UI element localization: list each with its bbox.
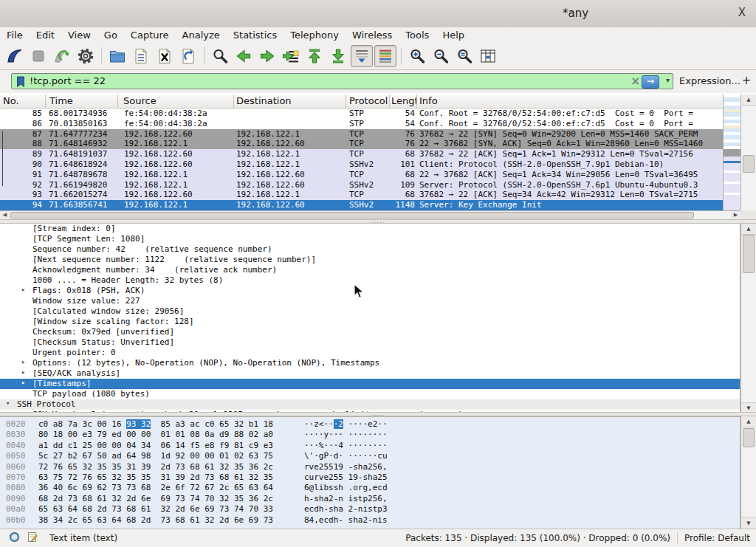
filter-dropdown-caret-icon[interactable]: ▾ [666,76,670,84]
expression-button[interactable]: Expression... [679,75,740,86]
packet-row[interactable]: 8771.647777234192.168.122.60192.168.122.… [0,129,723,140]
resize-columns-button[interactable] [477,45,499,67]
auto-scroll-button[interactable] [351,45,373,67]
scrollbar-thumb[interactable] [743,428,755,447]
collapsed-icon[interactable]: ▸ [21,368,25,376]
previous-packet-button[interactable] [233,45,255,67]
detail-row[interactable]: Window size value: 227 [0,296,740,306]
detail-row[interactable]: ▸[Timestamps] [0,379,740,389]
scrollbar-thumb[interactable] [743,235,755,273]
column-header-protocol[interactable]: Protocol [346,94,390,108]
hex-row[interactable]: 00505c 27 b2 67 50 ad 64 98 1d 92 00 00 … [0,451,740,461]
details-vscrollbar[interactable]: ▲ ▼ [740,224,756,413]
detail-row[interactable]: 1000 .... = Header Length: 32 bytes (8) [0,275,740,286]
collapsed-icon[interactable]: ▸ [21,358,25,365]
scrollbar-thumb[interactable] [10,212,694,219]
detail-row[interactable]: TCP payload (1080 bytes) [0,389,740,399]
filter-bookmark-icon[interactable] [16,76,25,91]
packet-row[interactable]: 8568.001734936fe:54:00:d4:38:2aSTP54Conf… [0,109,723,119]
column-header-source[interactable]: Source [118,94,234,108]
detail-row[interactable]: ▸[SEQ/ACK analysis] [0,368,740,379]
bytes-vscrollbar[interactable]: ▲ ▼ [740,416,756,529]
scroll-left-icon[interactable]: ◀ [0,211,10,219]
packet-row[interactable]: 8871.648146932192.168.122.1192.168.122.6… [0,139,723,149]
next-packet-button[interactable] [256,45,278,67]
scroll-up-icon[interactable]: ▲ [741,224,756,235]
detail-row[interactable]: Urgent pointer: 0 [0,348,740,358]
last-packet-button[interactable] [327,45,349,67]
menu-file[interactable]: File [0,27,30,43]
detail-row[interactable]: ▸Flags: 0x018 (PSH, ACK) [0,286,740,296]
detail-row[interactable]: [Calculated window size: 29056] [0,306,740,317]
hex-row[interactable]: 007063 75 72 76 65 32 35 35 31 39 2d 73 … [0,472,740,483]
clear-filter-button[interactable]: × [630,75,640,88]
detail-row[interactable]: Acknowledgment number: 34 (relative ack … [0,265,740,275]
collapsed-icon[interactable]: ▸ [21,379,25,386]
hex-row[interactable]: 008036 40 6c 69 62 73 73 68 2e 6f 72 67 … [0,483,740,493]
expanded-icon[interactable]: ▾ [6,399,10,407]
hex-row[interactable]: 006072 76 65 32 35 35 31 39 2d 73 68 61 … [0,462,740,472]
add-filter-button[interactable]: + [741,74,752,87]
goto-packet-button[interactable] [280,45,302,67]
detail-row[interactable]: Sequence number: 42 (relative sequence n… [0,244,740,255]
expert-info-icon[interactable] [9,531,20,545]
open-file-button[interactable] [106,45,128,67]
capture-restart-button[interactable] [51,45,73,67]
hex-row[interactable]: 0020c0 a8 7a 3c 00 16 93 32 85 a3 ac c0 … [0,419,740,430]
packet-row[interactable]: 9271.661949820192.168.122.1192.168.122.6… [0,180,723,190]
packet-row[interactable]: 9371.662015274192.168.122.60192.168.122.… [0,190,723,200]
packet-row[interactable]: 8971.648191037192.168.122.60192.168.122.… [0,149,723,159]
scrollbar-thumb[interactable] [743,155,755,173]
column-header-length[interactable]: Length [390,94,417,108]
detail-row[interactable]: [TCP Segment Len: 1080] [0,234,740,244]
packet-row[interactable]: 9471.663856741192.168.122.1192.168.122.6… [0,200,723,210]
menu-capture[interactable]: Capture [124,27,176,43]
menu-help[interactable]: Help [436,27,471,43]
hex-row[interactable]: 0040a1 dd c1 25 00 00 04 34 06 14 f5 e8 … [0,441,740,451]
detail-row[interactable]: ▸Options: (12 bytes), No-Operation (NOP)… [0,358,740,368]
save-file-button[interactable] [130,45,152,67]
colorize-button[interactable] [374,45,396,67]
menu-go[interactable]: Go [97,27,124,43]
menu-telephony[interactable]: Telephony [284,27,346,43]
menu-view[interactable]: View [61,27,97,43]
wireshark-start-button[interactable] [4,45,26,67]
menu-analyze[interactable]: Analyze [176,27,227,43]
column-header-destination[interactable]: Destination [234,94,346,108]
packet-row[interactable]: 9071.648618924192.168.122.60192.168.122.… [0,159,723,170]
detail-row[interactable]: [Window size scaling factor: 128] [0,317,740,327]
menu-statistics[interactable]: Statistics [227,27,284,43]
scroll-down-icon[interactable]: ▼ [741,517,756,529]
profile-label[interactable]: Profile: Default [684,533,750,543]
scroll-right-icon[interactable]: ▶ [731,211,740,219]
zoom-out-button[interactable] [430,45,452,67]
detail-row[interactable]: [Checksum Status: Unverified] [0,337,740,348]
zoom-in-button[interactable] [406,45,428,67]
packet-row[interactable]: 9171.648789678192.168.122.1192.168.122.6… [0,170,723,180]
find-packet-button[interactable] [209,45,231,67]
detail-row[interactable]: [Stream index: 0] [0,224,740,234]
zoom-original-button[interactable] [453,45,475,67]
close-file-button[interactable] [154,45,176,67]
display-filter-input[interactable]: !tcp.port == 22 × → ▾ [11,73,673,89]
apply-filter-button[interactable]: → [642,75,659,89]
capture-comment-icon[interactable] [27,531,38,545]
reload-file-button[interactable] [177,45,199,67]
packet-bytes-pane[interactable]: 0020c0 a8 7a 3c 00 16 93 32 85 a3 ac c0 … [0,416,740,529]
hex-row[interactable]: 00a065 63 64 68 2d 73 68 61 32 2d 6e 69 … [0,504,740,515]
detail-row[interactable]: [Next sequence number: 1122 (relative se… [0,255,740,265]
collapsed-icon[interactable]: ▸ [21,286,25,293]
column-header-info[interactable]: Info [417,94,723,108]
scroll-up-icon[interactable]: ▲ [741,416,756,427]
packet-row[interactable]: 8670.013850163fe:54:00:d4:38:2aSTP54Conf… [0,119,723,129]
detail-row[interactable]: ▾SSH Protocol [0,399,740,410]
first-packet-button[interactable] [303,45,326,67]
menu-tools[interactable]: Tools [399,27,436,43]
capture-stop-button[interactable] [27,45,49,67]
close-window-button[interactable]: X [735,6,749,19]
scroll-up-icon[interactable]: ▲ [741,94,756,106]
detail-row[interactable]: Checksum: 0x79ed [unverified] [0,327,740,337]
hex-row[interactable]: 00b038 34 2c 65 63 64 68 2d 73 68 61 32 … [0,515,740,526]
capture-options-gear-button[interactable] [75,45,97,67]
menu-edit[interactable]: Edit [30,27,61,43]
